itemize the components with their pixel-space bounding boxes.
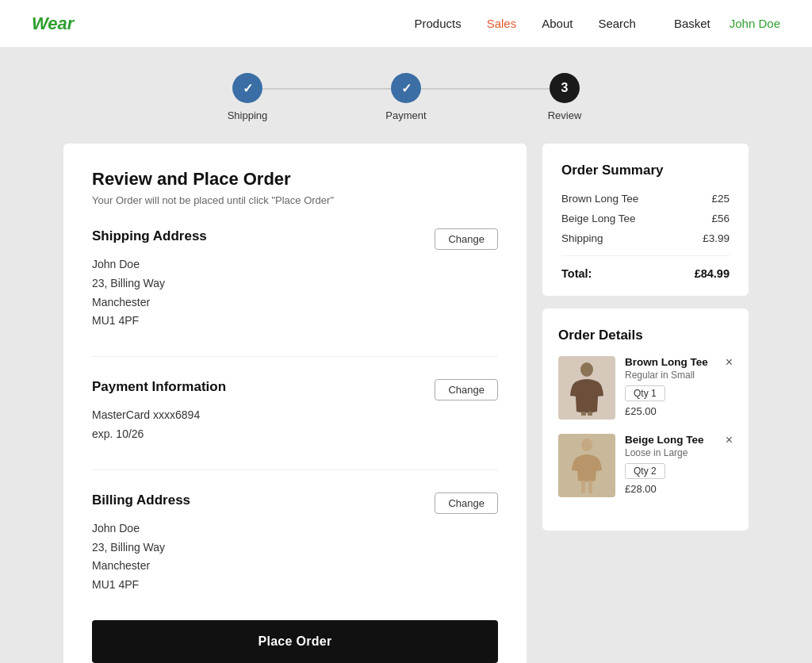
billing-city: Manchester (92, 557, 498, 576)
step-shipping-label: Shipping (228, 109, 268, 121)
progress-steps: ✓ Shipping ✓ Payment 3 Review (0, 48, 812, 144)
payment-info: MasterCard xxxx6894 exp. 10/26 (92, 406, 498, 444)
item-image-0 (558, 356, 615, 420)
payment-expiry: exp. 10/26 (92, 425, 498, 444)
order-summary-card: Order Summary Brown Long Tee £25 Beige L… (542, 144, 749, 296)
summary-row-2: Shipping £3.99 (561, 232, 730, 244)
billing-address: John Doe 23, Billing Way Manchester MU1 … (92, 519, 498, 595)
item-qty-1: Qty 2 (625, 463, 665, 479)
step-payment: ✓ Payment (327, 73, 485, 121)
shipping-street: 23, Billing Way (92, 274, 498, 293)
item-image-1 (558, 434, 615, 497)
divider-1 (92, 356, 498, 357)
item-variant-0: Regular in Small (625, 370, 733, 381)
summary-row-1: Beige Long Tee £56 (561, 213, 730, 224)
order-item-1: Beige Long Tee Loose in Large Qty 2 £28.… (558, 434, 733, 497)
svg-rect-4 (581, 481, 585, 493)
item-silhouette-0 (567, 360, 607, 416)
order-details-title: Order Details (558, 328, 733, 343)
step-review: 3 Review (485, 73, 644, 121)
nav-about[interactable]: About (542, 17, 573, 30)
place-order-button[interactable]: Place Order (92, 620, 498, 663)
item-info-1: Beige Long Tee Loose in Large Qty 2 £28.… (625, 434, 733, 497)
svg-point-3 (581, 439, 592, 451)
item-info-0: Brown Long Tee Regular in Small Qty 1 £2… (625, 356, 733, 420)
order-summary-title: Order Summary (561, 163, 730, 178)
site-logo[interactable]: Wear (32, 13, 74, 34)
step-payment-label: Payment (385, 109, 426, 121)
nav-sales[interactable]: Sales (487, 17, 517, 30)
main-layout: Review and Place Order Your Order will n… (0, 144, 812, 663)
item-name-0: Brown Long Tee (625, 356, 733, 368)
payment-card: MasterCard xxxx6894 (92, 406, 498, 425)
nav-products[interactable]: Products (414, 17, 461, 30)
billing-name: John Doe (92, 519, 498, 538)
billing-section: Billing Address John Doe 23, Billing Way… (92, 492, 498, 595)
step-review-circle: 3 (550, 73, 580, 103)
review-subtitle: Your Order will not be placed until clic… (92, 194, 498, 206)
svg-point-0 (580, 362, 593, 377)
review-title: Review and Place Order (92, 169, 498, 190)
billing-street: 23, Billing Way (92, 538, 498, 558)
item-silhouette-1 (567, 437, 607, 494)
item-price-0: £25.00 (625, 405, 733, 417)
step-shipping-circle: ✓ (232, 73, 262, 103)
item-name-1: Beige Long Tee (625, 434, 733, 446)
change-payment-button[interactable]: Change (435, 379, 498, 400)
shipping-postcode: MU1 4PF (92, 312, 498, 331)
shipping-section: Shipping Address John Doe 23, Billing Wa… (92, 228, 498, 331)
divider-2 (92, 469, 498, 470)
svg-rect-5 (588, 481, 592, 493)
navigation: Wear Products Sales About Search Basket … (0, 0, 812, 48)
summary-item-price-0: £25 (711, 193, 730, 205)
summary-item-label-0: Brown Long Tee (561, 193, 638, 205)
order-details-card: Order Details Brown Long Tee Regular i (542, 309, 749, 531)
nav-right: Basket John Doe (674, 17, 780, 30)
nav-links: Products Sales About Search (414, 17, 635, 30)
remove-item-0[interactable]: × (726, 356, 733, 369)
summary-divider (561, 255, 730, 256)
basket-link[interactable]: Basket (674, 17, 710, 30)
review-card: Review and Place Order Your Order will n… (63, 144, 527, 663)
total-value: £84.99 (695, 267, 730, 280)
summary-row-0: Brown Long Tee £25 (561, 193, 730, 205)
order-item-0: Brown Long Tee Regular in Small Qty 1 £2… (558, 356, 733, 420)
summary-total: Total: £84.99 (561, 267, 730, 280)
item-qty-0: Qty 1 (625, 385, 665, 401)
step-shipping: ✓ Shipping (168, 73, 327, 121)
svg-rect-1 (581, 412, 586, 416)
right-column: Order Summary Brown Long Tee £25 Beige L… (542, 144, 749, 531)
item-price-1: £28.00 (625, 483, 733, 495)
shipping-name: John Doe (92, 255, 498, 274)
svg-rect-2 (588, 412, 592, 416)
shipping-city: Manchester (92, 293, 498, 312)
summary-item-price-2: £3.99 (703, 232, 730, 244)
item-variant-1: Loose in Large (625, 447, 733, 458)
summary-item-label-2: Shipping (561, 232, 603, 244)
payment-section: Payment Information MasterCard xxxx6894 … (92, 379, 498, 444)
step-review-label: Review (548, 109, 582, 121)
summary-item-price-1: £56 (711, 213, 730, 224)
total-label: Total: (561, 267, 592, 280)
shipping-address: John Doe 23, Billing Way Manchester MU1 … (92, 255, 498, 331)
billing-postcode: MU1 4PF (92, 576, 498, 595)
user-link[interactable]: John Doe (730, 17, 780, 30)
summary-item-label-1: Beige Long Tee (561, 213, 636, 224)
change-billing-button[interactable]: Change (435, 492, 498, 514)
remove-item-1[interactable]: × (726, 434, 733, 446)
nav-search[interactable]: Search (598, 17, 636, 30)
change-shipping-button[interactable]: Change (435, 228, 498, 250)
step-payment-circle: ✓ (391, 73, 421, 103)
